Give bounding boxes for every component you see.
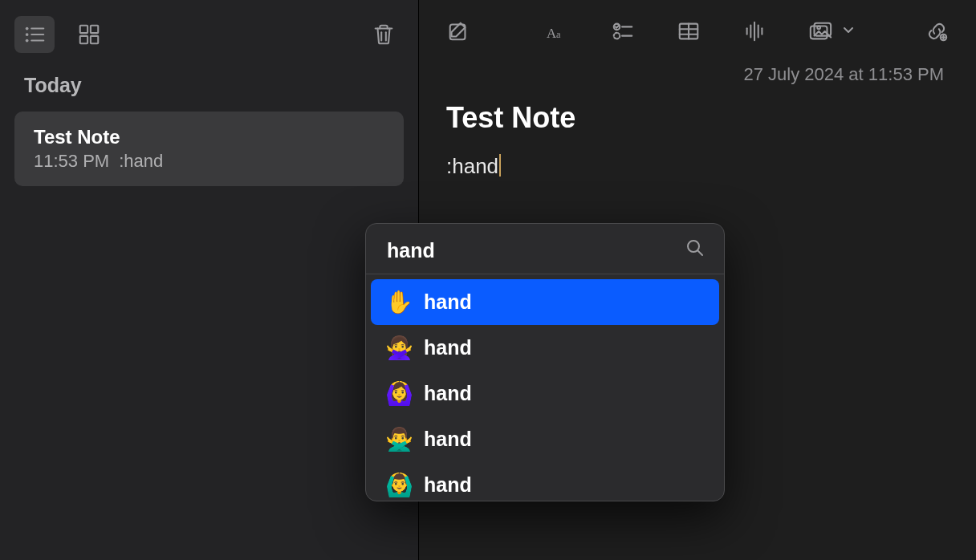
- emoji-picker-popover: hand ✋ hand 🙅‍♀️ hand 🙆‍♀️ hand 🙅‍♂️ han…: [365, 223, 725, 501]
- svg-rect-7: [91, 26, 98, 33]
- table-button[interactable]: [672, 14, 706, 48]
- editor-toolbar: A a: [419, 0, 976, 58]
- gallery-view-button[interactable]: [69, 16, 109, 53]
- emoji-result-item[interactable]: 🙆‍♀️ hand: [371, 371, 719, 416]
- emoji-result-item[interactable]: ✋ hand: [371, 279, 719, 325]
- emoji-glyph: ✋: [385, 289, 411, 315]
- checklist-button[interactable]: [606, 14, 640, 48]
- emoji-result-item[interactable]: 🙅‍♀️ hand: [371, 325, 719, 371]
- emoji-label: hand: [424, 336, 472, 359]
- svg-point-2: [26, 33, 29, 36]
- emoji-label: hand: [424, 382, 472, 405]
- svg-point-30: [817, 26, 820, 29]
- svg-text:a: a: [556, 29, 561, 40]
- note-item-time: 11:53 PM: [34, 151, 109, 172]
- note-content-area[interactable]: Test Note :hand: [419, 88, 976, 187]
- emoji-label: hand: [424, 473, 472, 497]
- note-item-title: Test Note: [34, 126, 384, 148]
- svg-rect-6: [80, 26, 87, 33]
- svg-rect-9: [91, 36, 98, 43]
- svg-rect-8: [80, 36, 87, 43]
- svg-point-4: [26, 39, 29, 43]
- compose-button[interactable]: [441, 14, 475, 48]
- emoji-result-item[interactable]: 🙆‍♂️ hand: [371, 462, 719, 501]
- emoji-glyph: 🙅‍♂️: [385, 426, 411, 452]
- list-view-button[interactable]: [14, 16, 55, 53]
- search-icon[interactable]: [685, 238, 705, 262]
- emoji-result-item[interactable]: 🙅‍♂️ hand: [371, 416, 719, 462]
- svg-line-35: [697, 250, 702, 255]
- chevron-down-icon: [842, 23, 855, 39]
- notes-list: Test Note 11:53 PM :hand: [0, 105, 418, 193]
- link-button[interactable]: [920, 14, 954, 48]
- media-dropdown-button[interactable]: [803, 14, 855, 48]
- svg-point-0: [26, 27, 29, 30]
- emoji-glyph: 🙆‍♀️: [385, 380, 411, 407]
- emoji-search-input[interactable]: hand: [387, 239, 435, 262]
- note-list-item[interactable]: Test Note 11:53 PM :hand: [14, 112, 404, 186]
- note-date: 27 July 2024 at 11:53 PM: [419, 58, 976, 88]
- sidebar-toolbar: [0, 0, 418, 63]
- emoji-label: hand: [424, 428, 472, 451]
- sidebar-section-header: Today: [0, 63, 418, 105]
- note-item-preview: :hand: [119, 151, 163, 172]
- sidebar: Today Test Note 11:53 PM :hand: [0, 0, 419, 560]
- emoji-search-row: hand: [366, 224, 724, 274]
- svg-text:A: A: [547, 26, 557, 41]
- note-body-text[interactable]: :hand: [446, 154, 498, 179]
- delete-note-button[interactable]: [364, 16, 404, 53]
- emoji-label: hand: [424, 290, 472, 314]
- note-title[interactable]: Test Note: [446, 101, 949, 135]
- svg-point-17: [614, 33, 620, 39]
- text-caret: [499, 154, 501, 177]
- emoji-glyph: 🙆‍♂️: [385, 472, 411, 498]
- audio-wave-button[interactable]: [738, 14, 771, 48]
- emoji-glyph: 🙅‍♀️: [385, 335, 411, 361]
- emoji-results-list: ✋ hand 🙅‍♀️ hand 🙆‍♀️ hand 🙅‍♂️ hand 🙆‍♂…: [366, 274, 724, 501]
- format-text-button[interactable]: A a: [540, 14, 574, 48]
